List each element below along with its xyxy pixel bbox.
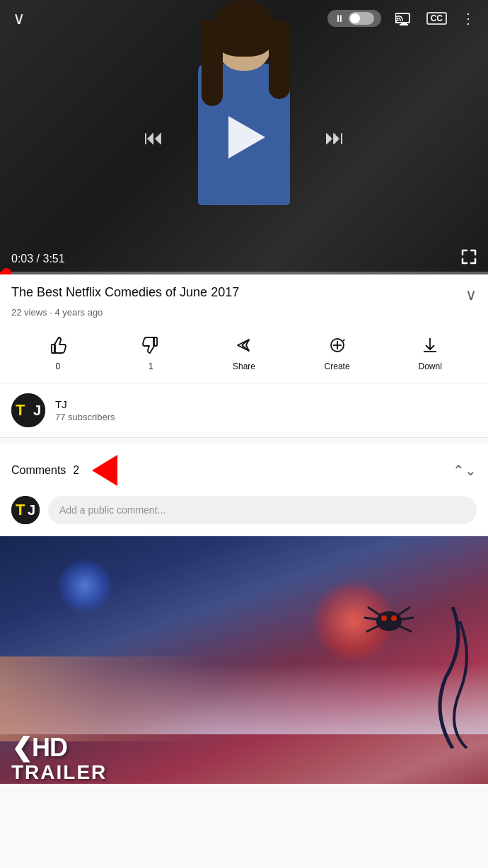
- player-top-controls: ∨ ⏸: [0, 0, 488, 37]
- comment-avatar-background: T J: [11, 496, 40, 524]
- share-label: Share: [233, 361, 255, 371]
- comment-avatar-t: T: [16, 501, 25, 519]
- spider-creature: [361, 593, 417, 664]
- add-comment-row: T J Add a public comment...: [11, 496, 477, 524]
- download-label: Downl: [418, 361, 441, 371]
- pause-icon: ⏸: [335, 13, 344, 24]
- svg-rect-4: [52, 345, 55, 353]
- share-button[interactable]: Share: [197, 333, 291, 374]
- like-button[interactable]: 0: [11, 333, 105, 374]
- comments-label: Comments: [11, 464, 66, 477]
- play-icon: [228, 116, 265, 158]
- sort-chevron-icon[interactable]: ⌃⌄: [453, 462, 477, 479]
- create-label: Create: [325, 361, 350, 371]
- avatar-background: T J: [11, 393, 45, 427]
- collapse-icon[interactable]: ∨: [13, 8, 25, 28]
- comments-count: 2: [73, 464, 79, 477]
- red-arrow-icon: [92, 455, 117, 486]
- thumbs-up-icon: [49, 336, 67, 354]
- thumbs-down-icon: [141, 336, 160, 354]
- cast-button[interactable]: [395, 11, 412, 25]
- comments-header: Comments 2 ⌃⌄: [11, 455, 477, 486]
- svg-point-21: [391, 615, 397, 621]
- previous-button[interactable]: ⏮: [144, 126, 163, 149]
- person-lying: [0, 656, 212, 741]
- video-player[interactable]: ∨ ⏸: [0, 0, 488, 274]
- channel-text: TJ 77 subscribers: [55, 398, 115, 422]
- progress-bar[interactable]: [0, 272, 488, 274]
- expand-chevron-icon[interactable]: ∨: [465, 286, 477, 304]
- thumbnail-section[interactable]: ❮HD TRAILER: [0, 536, 488, 784]
- share-arrow-icon: [235, 336, 253, 354]
- create-icon: [328, 336, 347, 357]
- like-icon: [49, 336, 67, 357]
- pause-toggle[interactable]: ⏸: [327, 10, 381, 27]
- arrow-indicator: [86, 455, 117, 486]
- download-arrow-icon: [421, 336, 439, 354]
- fullscreen-button[interactable]: [461, 249, 477, 269]
- svg-rect-2: [401, 23, 407, 24]
- video-title: The Best Netflix Comedies of June 2017: [11, 284, 460, 301]
- comment-avatar-j: J: [28, 502, 35, 519]
- create-button[interactable]: Create: [291, 333, 384, 374]
- svg-rect-5: [153, 337, 157, 346]
- play-button[interactable]: [220, 113, 268, 161]
- glow-orb-blue: [57, 557, 113, 614]
- channel-avatar: T J: [11, 393, 45, 427]
- time-display: 0:03 / 3:51: [11, 253, 65, 265]
- cc-label: CC: [431, 13, 443, 23]
- avatar-j-letter: J: [33, 403, 41, 419]
- channel-subscribers: 77 subscribers: [55, 412, 115, 422]
- dislike-count: 1: [149, 361, 153, 371]
- spider-svg: [361, 593, 417, 664]
- video-info: The Best Netflix Comedies of June 2017 ∨…: [0, 274, 488, 383]
- like-count: 0: [55, 361, 60, 371]
- svg-rect-3: [400, 24, 408, 25]
- fullscreen-icon: [461, 249, 477, 265]
- closed-caption-button[interactable]: CC: [426, 12, 447, 25]
- channel-name: TJ: [55, 398, 115, 410]
- comment-placeholder: Add a public comment...: [59, 504, 165, 516]
- download-icon: [421, 336, 439, 357]
- comments-section: Comments 2 ⌃⌄ T J Add a public comment..…: [0, 444, 488, 536]
- action-buttons: 0 1 Share: [11, 328, 477, 383]
- toggle-track[interactable]: [349, 12, 374, 25]
- thumbnail-background: ❮HD TRAILER: [0, 536, 488, 784]
- svg-point-20: [381, 615, 387, 621]
- avatar-t-letter: T: [16, 401, 25, 419]
- create-clip-icon: [328, 336, 347, 354]
- comments-title-row: Comments 2: [11, 455, 117, 486]
- channel-info[interactable]: T J TJ 77 subscribers: [0, 383, 488, 438]
- player-bottom-controls: 0:03 / 3:51: [0, 249, 488, 269]
- sci-fi-elements: [0, 536, 488, 784]
- toggle-knob: [350, 13, 360, 23]
- comment-user-avatar: T J: [11, 496, 40, 524]
- dislike-icon: [141, 336, 160, 357]
- dislike-button[interactable]: 1: [105, 333, 198, 374]
- comment-input[interactable]: Add a public comment...: [48, 496, 477, 524]
- trailer-label: TRAILER: [11, 761, 107, 784]
- video-meta: 22 views · 4 years ago: [11, 307, 477, 318]
- progress-dot[interactable]: [1, 268, 11, 274]
- download-button[interactable]: Downl: [383, 333, 477, 374]
- title-row: The Best Netflix Comedies of June 2017 ∨: [11, 284, 477, 304]
- share-icon: [235, 336, 253, 357]
- next-button[interactable]: ⏭: [325, 126, 344, 149]
- tentacles-svg: [431, 607, 474, 748]
- top-right-controls: ⏸ CC ⋮: [327, 10, 475, 27]
- tentacles: [431, 607, 474, 748]
- khd-brand: ❮HD: [11, 733, 67, 763]
- cast-icon: [395, 11, 412, 25]
- more-options-icon[interactable]: ⋮: [461, 10, 475, 27]
- player-center-controls: ⏮ ⏭: [144, 113, 344, 161]
